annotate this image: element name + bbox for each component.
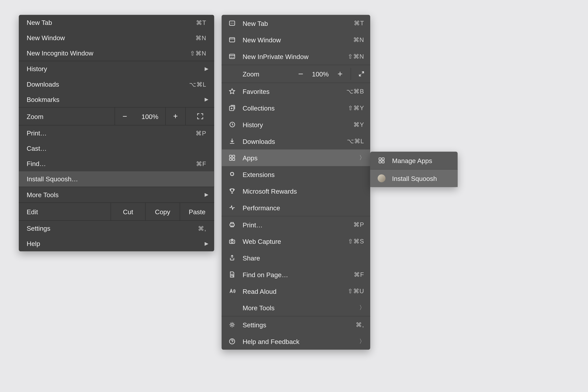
zoom-out-button[interactable]: − xyxy=(114,108,135,125)
downloads-label: Downloads xyxy=(243,138,347,145)
help-item[interactable]: Help and Feedback〉 xyxy=(222,333,370,350)
new-window-item[interactable]: New Window⌘N xyxy=(222,32,370,48)
bookmarks-item[interactable]: Bookmarks▶ xyxy=(19,92,214,107)
favorites-item[interactable]: Favorites⌥⌘B xyxy=(222,83,370,100)
bookmarks-label: Bookmarks xyxy=(27,96,206,103)
svg-rect-16 xyxy=(382,158,384,160)
new-tab-shortcut: ⌘T xyxy=(196,19,206,26)
history-item[interactable]: History⌘Y xyxy=(222,116,370,133)
downloads-item[interactable]: Downloads⌥⌘L xyxy=(222,133,370,150)
favorites-label: Favorites xyxy=(243,88,346,95)
zoom-percent: 100% xyxy=(135,112,165,120)
svg-rect-8 xyxy=(232,158,234,160)
downloads-item[interactable]: Downloads⌥⌘L xyxy=(19,76,214,92)
cast-item[interactable]: Cast… xyxy=(19,141,214,156)
zoom-in-button[interactable]: + xyxy=(165,108,186,125)
new-window-shortcut: ⌘N xyxy=(353,36,364,43)
history-icon xyxy=(228,120,236,129)
incognito-shortcut: ⇧⌘N xyxy=(190,50,206,57)
find-on-page-item[interactable]: Find on Page…⌘F xyxy=(222,266,370,283)
print-item[interactable]: Print…⌘P xyxy=(222,216,370,233)
print-shortcut: ⌘P xyxy=(196,130,206,136)
paste-button[interactable]: Paste xyxy=(180,203,214,220)
more-tools-item[interactable]: More Tools〉 xyxy=(222,300,370,316)
performance-item[interactable]: Performance xyxy=(222,199,370,216)
web-capture-item[interactable]: Web Capture⇧⌘S xyxy=(222,233,370,250)
svg-point-12 xyxy=(231,274,233,276)
new-tab-label: New Tab xyxy=(27,19,196,26)
collections-shortcut: ⇧⌘Y xyxy=(348,104,364,112)
new-tab-item[interactable]: New Tab⌘T xyxy=(222,15,370,32)
apps-submenu: Manage Apps Install Squoosh xyxy=(370,152,458,187)
help-item[interactable]: Help▶ xyxy=(19,236,214,251)
cut-button[interactable]: Cut xyxy=(110,203,145,220)
read-aloud-shortcut: ⇧⌘U xyxy=(348,288,364,294)
collections-item[interactable]: Collections⇧⌘Y xyxy=(222,100,370,116)
chrome-menu: New Tab⌘T New Window⌘N New Incognito Win… xyxy=(19,15,214,251)
edit-row: Edit Cut Copy Paste xyxy=(19,203,214,220)
copy-button[interactable]: Copy xyxy=(145,203,180,220)
new-incognito-item[interactable]: New Incognito Window⇧⌘N xyxy=(19,46,214,61)
new-tab-shortcut: ⌘T xyxy=(354,20,364,27)
history-label: History xyxy=(27,65,206,72)
share-item[interactable]: Share xyxy=(222,250,370,266)
chevron-right-icon: ▶ xyxy=(204,66,208,72)
fullscreen-button[interactable] xyxy=(186,108,214,125)
svg-rect-15 xyxy=(379,158,381,160)
find-item[interactable]: Find…⌘F xyxy=(19,156,214,171)
inprivate-icon xyxy=(228,52,236,61)
rewards-item[interactable]: Microsoft Rewards xyxy=(222,183,370,199)
fullscreen-button[interactable] xyxy=(353,70,370,78)
manage-apps-label: Manage Apps xyxy=(392,156,450,164)
find-label: Find… xyxy=(27,160,196,168)
help-icon xyxy=(228,337,236,346)
chevron-right-icon: ▶ xyxy=(204,97,208,102)
svg-rect-0 xyxy=(230,21,235,25)
separator xyxy=(350,68,351,80)
svg-rect-17 xyxy=(379,161,381,163)
downloads-shortcut: ⌥⌘L xyxy=(189,80,206,88)
manage-apps-item[interactable]: Manage Apps xyxy=(370,152,458,169)
print-icon xyxy=(228,220,236,229)
zoom-in-button[interactable]: + xyxy=(331,65,349,82)
history-label: History xyxy=(243,121,354,128)
install-squoosh-item[interactable]: Install Squoosh xyxy=(370,170,458,187)
performance-label: Performance xyxy=(243,204,364,211)
share-icon xyxy=(228,254,236,262)
downloads-shortcut: ⌥⌘L xyxy=(347,138,364,145)
edit-label: Edit xyxy=(19,203,110,220)
new-window-item[interactable]: New Window⌘N xyxy=(19,30,214,46)
search-page-icon xyxy=(228,270,236,279)
downloads-label: Downloads xyxy=(27,80,189,88)
new-tab-icon xyxy=(228,19,236,28)
zoom-row: Zoom − 100% + xyxy=(19,108,214,125)
settings-item[interactable]: Settings⌘, xyxy=(222,316,370,333)
read-aloud-item[interactable]: Read Aloud⇧⌘U xyxy=(222,283,370,300)
svg-point-13 xyxy=(231,324,233,326)
install-squoosh-item[interactable]: Install Squoosh… xyxy=(19,171,214,186)
favorites-shortcut: ⌥⌘B xyxy=(346,88,364,95)
print-item[interactable]: Print…⌘P xyxy=(19,126,214,141)
settings-item[interactable]: Settings⌘, xyxy=(19,221,214,236)
settings-shortcut: ⌘, xyxy=(356,321,364,328)
more-tools-item[interactable]: More Tools▶ xyxy=(19,187,214,202)
history-item[interactable]: History▶ xyxy=(19,61,214,76)
new-inprivate-item[interactable]: New InPrivate Window⇧⌘N xyxy=(222,48,370,65)
settings-label: Settings xyxy=(27,224,198,232)
chevron-right-icon: 〉 xyxy=(359,154,365,162)
svg-rect-18 xyxy=(382,161,384,163)
svg-rect-5 xyxy=(230,155,232,158)
svg-point-11 xyxy=(231,241,233,243)
apps-item[interactable]: Apps〉 xyxy=(222,150,370,166)
zoom-out-button[interactable]: − xyxy=(292,65,310,82)
download-icon xyxy=(228,137,236,146)
apps-icon xyxy=(377,156,386,165)
collections-icon xyxy=(228,104,236,112)
help-label: Help xyxy=(27,240,206,247)
extensions-item[interactable]: Extensions xyxy=(222,166,370,183)
edge-menu: New Tab⌘T New Window⌘N New InPrivate Win… xyxy=(222,15,370,350)
help-label: Help and Feedback xyxy=(243,338,364,345)
rewards-label: Microsoft Rewards xyxy=(243,188,364,195)
new-tab-item[interactable]: New Tab⌘T xyxy=(19,15,214,30)
new-window-shortcut: ⌘N xyxy=(196,34,206,41)
